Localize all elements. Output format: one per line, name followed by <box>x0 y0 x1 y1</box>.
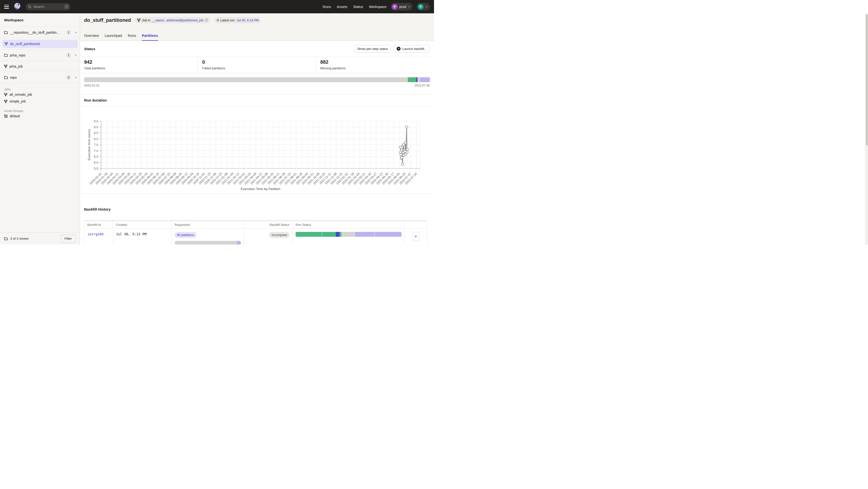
shown-count-label: 3 of 3 shown <box>10 237 29 240</box>
job-icon <box>4 65 7 68</box>
sidebar-items: __repository__do_stuff_partitio...1▾do_s… <box>0 27 80 83</box>
sidebar-sections: Jobsall_cereals_jobsimple_jobAsset Group… <box>0 88 80 120</box>
sidebar-item-label: __repository__do_stuff_partitio... <box>10 31 64 34</box>
item-count-badge: 1 <box>66 30 71 35</box>
svg-text:8.5: 8.5 <box>94 131 98 135</box>
bar-segment-green <box>408 77 416 82</box>
user-menu[interactable]: P <box>417 3 430 10</box>
backfill-history-title: Backfill History <box>84 207 111 211</box>
bar-segment-green <box>339 232 341 237</box>
chevron-down-icon <box>414 235 417 237</box>
run-duration-card: Run duration 9.59.08.58.07.57.06.56.05.5… <box>80 94 434 194</box>
job-origin-prefix: Job in <box>142 19 150 22</box>
svg-text:5.5: 5.5 <box>94 167 98 170</box>
column-header-created: Created <box>113 221 172 228</box>
stat-value: 882 <box>320 59 434 65</box>
bar-segment-blue <box>336 232 339 237</box>
chevron-down-icon[interactable]: ▾ <box>75 54 76 57</box>
stat-label: Missing partitions <box>320 66 434 70</box>
backfill-history-table: Backfill IdCreatedRequestedBackfill Stat… <box>84 221 427 244</box>
sidebar-entry-simple_job[interactable]: simple_job <box>0 98 80 105</box>
sidebar-item-do_stuff_partitioned[interactable]: do_stuff_partitioned <box>2 40 78 48</box>
page-header: do_stuff_partitioned Job in __reposi...a… <box>80 13 434 41</box>
partition-stats: 942Total partitions0Failed partitions882… <box>80 57 434 73</box>
asset-group-icon <box>4 115 7 118</box>
svg-text:8.0: 8.0 <box>94 137 98 141</box>
plus-icon: + <box>397 47 401 51</box>
sidebar-item-prha_job[interactable]: prha_job <box>0 61 80 72</box>
main-content: do_stuff_partitioned Job in __reposi...a… <box>80 13 434 244</box>
top-nav-status[interactable]: Status <box>353 5 363 9</box>
dagster-logo-icon[interactable] <box>13 2 21 11</box>
status-section-title: Status <box>84 47 95 51</box>
sidebar-footer: 3 of 3 shown Filter <box>0 232 80 244</box>
stat-value: 942 <box>84 59 198 65</box>
search-box[interactable]: / <box>26 3 70 10</box>
backfill-table-row: jozrgsbhJul 30, 5:12 PM60 partitions2020… <box>84 228 427 244</box>
job-origin-link[interactable]: __reposi...artitioned@partitioned_job <box>152 19 204 22</box>
show-per-step-status-button[interactable]: Show per-step status <box>354 45 391 53</box>
job-origin-tag: Job in __reposi...artitioned@partitioned… <box>135 17 210 23</box>
column-header-actions <box>405 221 427 228</box>
partition-status-bar-block: 2020-01-01 2022-07-30 <box>80 73 434 87</box>
item-count-badge: 3 <box>66 75 71 80</box>
sidebar-item-__repository__do_stuff_partitio[interactable]: __repository__do_stuff_partitio...1▾ <box>0 27 80 38</box>
page-title: do_stuff_partitioned <box>84 18 131 23</box>
partition-status-bar[interactable] <box>84 77 430 82</box>
sidebar-entry-default[interactable]: default <box>0 113 80 120</box>
column-header-backfill-id: Backfill Id <box>84 221 113 228</box>
tab-bar: OverviewLaunchpadRunsPartitions <box>84 34 158 41</box>
backfill-status-badge: Incomplete <box>269 232 289 238</box>
deployment-switcher[interactable]: P prod <box>391 3 412 10</box>
requested-range-bar <box>175 241 241 244</box>
bar-segment-lavender <box>420 77 430 82</box>
latest-run-tag: Latest run: Jul 30, 5:14 PM <box>214 17 261 23</box>
top-nav-workspace[interactable]: Workspace <box>369 5 386 9</box>
sidebar-entry-all_cereals_job[interactable]: all_cereals_job <box>0 91 80 98</box>
bar-segment-gray <box>175 241 237 244</box>
run-status-bar[interactable] <box>296 232 402 237</box>
stat-label: Total partitions <box>84 66 198 70</box>
latest-run-link[interactable]: Jul 30, 5:14 PM <box>237 19 258 22</box>
tab-launchpad[interactable]: Launchpad <box>104 34 122 41</box>
top-nav-assets[interactable]: Assets <box>337 5 347 9</box>
sidebar-item-label: repo <box>10 75 64 79</box>
tab-partitions[interactable]: Partitions <box>142 34 158 41</box>
stat-failed-partitions: 0Failed partitions <box>198 57 316 73</box>
partition-range-start: 2020-01-01 <box>84 84 100 87</box>
menu-icon[interactable] <box>4 5 9 9</box>
folder-icon <box>4 237 8 240</box>
expand-row-button[interactable] <box>412 232 419 240</box>
sidebar-item-label: prha_repo <box>10 53 64 57</box>
sidebar-item-prha_repo[interactable]: prha_repo1▾ <box>0 50 80 61</box>
sidebar-entry-label: simple_job <box>9 99 26 103</box>
tab-overview[interactable]: Overview <box>84 34 99 41</box>
launch-backfill-button[interactable]: + Launch backfill... <box>394 45 430 53</box>
job-icon <box>4 100 7 103</box>
sidebar-item-wrap: do_stuff_partitioned <box>0 38 80 50</box>
chevron-down-icon <box>425 6 428 7</box>
deployment-name: prod <box>399 5 406 9</box>
refresh-icon[interactable] <box>205 19 208 22</box>
search-input[interactable] <box>33 5 64 8</box>
requested-partitions-pill[interactable]: 60 partitions <box>175 232 197 238</box>
sidebar-item-repo[interactable]: repo3▾ <box>0 72 80 83</box>
column-header-requested: Requested <box>172 221 244 228</box>
top-nav-runs[interactable]: Runs <box>323 5 331 9</box>
sidebar-title: Workspace <box>0 13 80 27</box>
run-status-dot <box>217 19 219 21</box>
backfill-id-link[interactable]: jozrgsbh <box>87 232 103 236</box>
stat-label: Failed partitions <box>202 66 316 70</box>
filter-button[interactable]: Filter <box>61 234 76 243</box>
search-shortcut-key: / <box>64 4 69 9</box>
chevron-down-icon[interactable]: ▾ <box>75 76 76 79</box>
job-icon <box>4 93 7 96</box>
top-nav-links: RunsAssetsStatusWorkspace <box>323 5 386 9</box>
svg-text:6.5: 6.5 <box>94 155 98 159</box>
backfill-created: Jul 30, 5:12 PM <box>116 232 147 236</box>
chevron-down-icon[interactable]: ▾ <box>75 31 76 34</box>
top-navigation-bar: / RunsAssetsStatusWorkspace P prod P <box>0 0 434 13</box>
column-header-run-status: Run Status <box>293 221 405 228</box>
tab-runs[interactable]: Runs <box>128 34 136 41</box>
sidebar-entry-label: default <box>10 114 20 118</box>
